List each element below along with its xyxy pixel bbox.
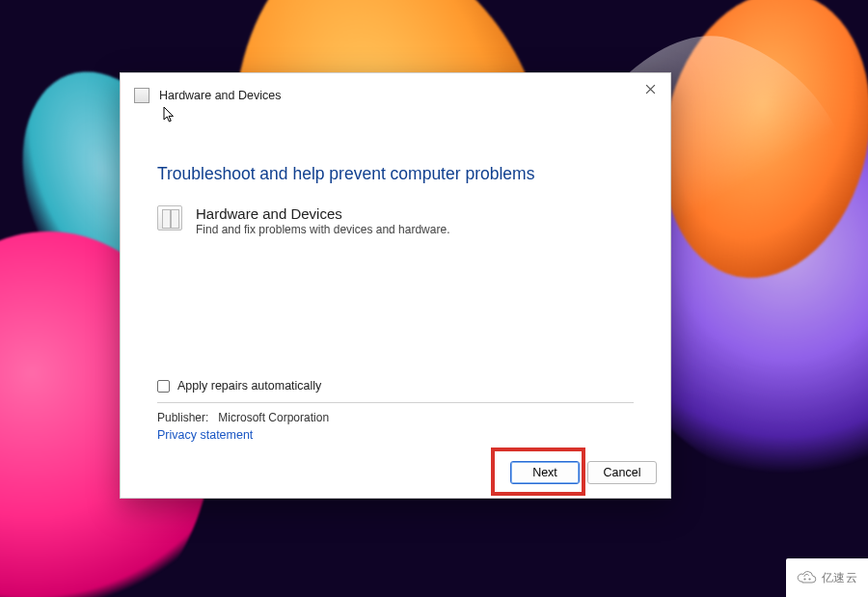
watermark-text: 亿速云 [822,570,858,586]
dialog-buttons: Next Cancel [121,442,670,498]
publisher-label: Publisher: [157,411,215,424]
apply-repairs-label: Apply repairs automatically [177,379,321,393]
cancel-button[interactable]: Cancel [587,461,657,484]
troubleshooter-item[interactable]: Hardware and Devices Find and fix proble… [157,205,634,236]
publisher-row: Publisher: Microsoft Corporation [157,411,634,424]
troubleshooter-subtitle: Find and fix problems with devices and h… [196,223,449,236]
apply-repairs-checkbox[interactable] [157,380,170,393]
separator [157,402,634,403]
svg-point-1 [808,578,810,580]
cloud-icon [797,569,818,586]
close-button[interactable] [636,77,665,100]
window-title: Hardware and Devices [159,89,281,102]
troubleshooter-dialog: Hardware and Devices Troubleshoot and he… [120,72,671,499]
titlebar: Hardware and Devices [121,73,670,118]
privacy-statement-link[interactable]: Privacy statement [157,428,634,442]
watermark: 亿速云 [786,558,868,597]
publisher-value: Microsoft Corporation [218,411,329,424]
page-heading: Troubleshoot and help prevent computer p… [157,164,634,184]
svg-point-0 [803,578,805,580]
dialog-content: Troubleshoot and help prevent computer p… [121,118,670,442]
troubleshooter-app-icon [134,88,149,103]
hardware-icon [157,205,182,231]
troubleshooter-title: Hardware and Devices [196,205,449,222]
next-button[interactable]: Next [510,461,580,484]
close-icon [645,84,656,95]
